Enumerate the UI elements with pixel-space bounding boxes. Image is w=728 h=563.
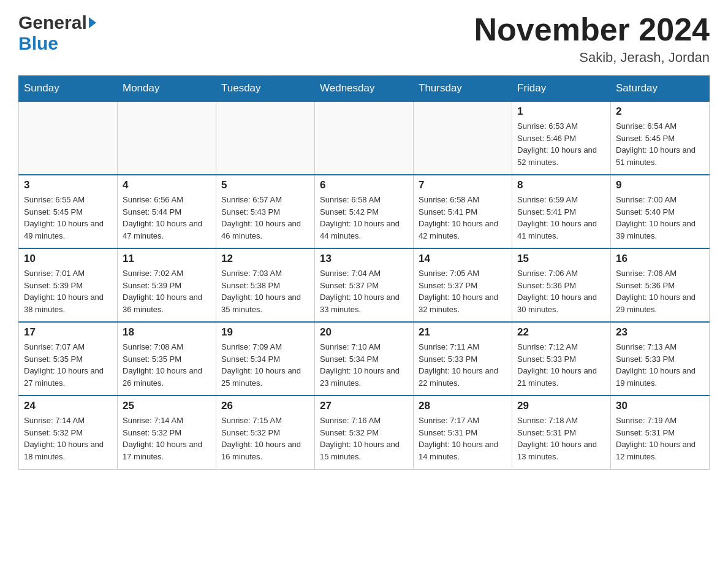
calendar-cell: 20Sunrise: 7:10 AMSunset: 5:34 PMDayligh… — [315, 322, 414, 396]
title-block: November 2024 Sakib, Jerash, Jordan — [474, 12, 710, 66]
month-title: November 2024 — [474, 12, 710, 47]
calendar-cell: 29Sunrise: 7:18 AMSunset: 5:31 PMDayligh… — [512, 396, 611, 469]
day-info: Sunrise: 6:59 AMSunset: 5:41 PMDaylight:… — [517, 194, 605, 242]
calendar-week-row: 10Sunrise: 7:01 AMSunset: 5:39 PMDayligh… — [19, 248, 710, 322]
day-info: Sunrise: 7:17 AMSunset: 5:31 PMDaylight:… — [419, 415, 507, 462]
logo-arrow-icon — [89, 17, 96, 28]
day-number: 14 — [419, 253, 507, 265]
calendar-cell: 17Sunrise: 7:07 AMSunset: 5:35 PMDayligh… — [19, 322, 118, 396]
calendar-cell: 19Sunrise: 7:09 AMSunset: 5:34 PMDayligh… — [216, 322, 315, 396]
day-info: Sunrise: 6:58 AMSunset: 5:42 PMDaylight:… — [320, 194, 408, 242]
calendar-cell: 16Sunrise: 7:06 AMSunset: 5:36 PMDayligh… — [611, 248, 710, 322]
day-number: 18 — [123, 326, 211, 339]
calendar-cell: 22Sunrise: 7:12 AMSunset: 5:33 PMDayligh… — [512, 322, 611, 396]
day-info: Sunrise: 6:58 AMSunset: 5:41 PMDaylight:… — [419, 194, 507, 242]
weekday-header-monday: Monday — [118, 76, 216, 102]
day-number: 3 — [24, 179, 112, 191]
calendar-body: 1Sunrise: 6:53 AMSunset: 5:46 PMDaylight… — [19, 101, 710, 469]
calendar-cell: 2Sunrise: 6:54 AMSunset: 5:45 PMDaylight… — [611, 101, 710, 175]
day-info: Sunrise: 7:18 AMSunset: 5:31 PMDaylight:… — [517, 415, 605, 462]
day-number: 5 — [221, 179, 309, 191]
day-number: 27 — [320, 400, 408, 412]
day-number: 15 — [517, 253, 605, 265]
day-number: 26 — [221, 400, 309, 412]
calendar-cell: 21Sunrise: 7:11 AMSunset: 5:33 PMDayligh… — [414, 322, 512, 396]
day-info: Sunrise: 7:12 AMSunset: 5:33 PMDaylight:… — [517, 341, 605, 389]
day-number: 29 — [517, 400, 605, 412]
calendar-cell — [118, 101, 216, 175]
calendar-cell: 30Sunrise: 7:19 AMSunset: 5:31 PMDayligh… — [611, 396, 710, 469]
calendar-cell: 8Sunrise: 6:59 AMSunset: 5:41 PMDaylight… — [512, 175, 611, 248]
day-number: 17 — [24, 326, 112, 339]
day-number: 4 — [123, 179, 211, 191]
day-number: 12 — [221, 253, 309, 265]
calendar-cell: 28Sunrise: 7:17 AMSunset: 5:31 PMDayligh… — [414, 396, 512, 469]
day-number: 22 — [517, 326, 605, 339]
day-info: Sunrise: 7:07 AMSunset: 5:35 PMDaylight:… — [24, 341, 112, 389]
calendar-cell: 18Sunrise: 7:08 AMSunset: 5:35 PMDayligh… — [118, 322, 216, 396]
calendar-cell: 7Sunrise: 6:58 AMSunset: 5:41 PMDaylight… — [414, 175, 512, 248]
day-number: 24 — [24, 400, 112, 412]
day-number: 10 — [24, 253, 112, 265]
day-info: Sunrise: 7:08 AMSunset: 5:35 PMDaylight:… — [123, 341, 211, 389]
calendar-cell — [19, 101, 118, 175]
calendar-week-row: 3Sunrise: 6:55 AMSunset: 5:45 PMDaylight… — [19, 175, 710, 248]
page-header: General Blue November 2024 Sakib, Jerash… — [18, 12, 710, 66]
calendar-cell: 26Sunrise: 7:15 AMSunset: 5:32 PMDayligh… — [216, 396, 315, 469]
calendar-cell: 5Sunrise: 6:57 AMSunset: 5:43 PMDaylight… — [216, 175, 315, 248]
day-info: Sunrise: 7:02 AMSunset: 5:39 PMDaylight:… — [123, 267, 211, 315]
weekday-header-tuesday: Tuesday — [216, 76, 315, 102]
day-number: 25 — [123, 400, 211, 412]
day-info: Sunrise: 6:56 AMSunset: 5:44 PMDaylight:… — [123, 194, 211, 242]
day-info: Sunrise: 7:14 AMSunset: 5:32 PMDaylight:… — [123, 415, 211, 462]
day-number: 20 — [320, 326, 408, 339]
calendar-cell — [315, 101, 414, 175]
calendar-cell: 13Sunrise: 7:04 AMSunset: 5:37 PMDayligh… — [315, 248, 414, 322]
day-info: Sunrise: 7:01 AMSunset: 5:39 PMDaylight:… — [24, 267, 112, 315]
day-info: Sunrise: 6:57 AMSunset: 5:43 PMDaylight:… — [221, 194, 309, 242]
day-number: 23 — [616, 326, 704, 339]
day-info: Sunrise: 6:55 AMSunset: 5:45 PMDaylight:… — [24, 194, 112, 242]
weekday-header-saturday: Saturday — [611, 76, 710, 102]
day-info: Sunrise: 7:11 AMSunset: 5:33 PMDaylight:… — [419, 341, 507, 389]
day-number: 1 — [517, 105, 605, 118]
day-info: Sunrise: 7:15 AMSunset: 5:32 PMDaylight:… — [221, 415, 309, 462]
day-number: 16 — [616, 253, 704, 265]
calendar-header: SundayMondayTuesdayWednesdayThursdayFrid… — [19, 76, 710, 102]
calendar-week-row: 24Sunrise: 7:14 AMSunset: 5:32 PMDayligh… — [19, 396, 710, 469]
day-info: Sunrise: 7:09 AMSunset: 5:34 PMDaylight:… — [221, 341, 309, 389]
calendar-cell: 14Sunrise: 7:05 AMSunset: 5:37 PMDayligh… — [414, 248, 512, 322]
weekday-header-row: SundayMondayTuesdayWednesdayThursdayFrid… — [19, 76, 710, 102]
calendar-table: SundayMondayTuesdayWednesdayThursdayFrid… — [18, 75, 710, 470]
weekday-header-friday: Friday — [512, 76, 611, 102]
day-info: Sunrise: 7:03 AMSunset: 5:38 PMDaylight:… — [221, 267, 309, 315]
day-info: Sunrise: 6:54 AMSunset: 5:45 PMDaylight:… — [616, 120, 704, 168]
day-number: 7 — [419, 179, 507, 191]
weekday-header-wednesday: Wednesday — [315, 76, 414, 102]
calendar-cell: 15Sunrise: 7:06 AMSunset: 5:36 PMDayligh… — [512, 248, 611, 322]
calendar-cell — [216, 101, 315, 175]
weekday-header-thursday: Thursday — [414, 76, 512, 102]
day-number: 2 — [616, 105, 704, 118]
calendar-cell: 9Sunrise: 7:00 AMSunset: 5:40 PMDaylight… — [611, 175, 710, 248]
day-info: Sunrise: 7:06 AMSunset: 5:36 PMDaylight:… — [517, 267, 605, 315]
day-number: 21 — [419, 326, 507, 339]
calendar-cell: 4Sunrise: 6:56 AMSunset: 5:44 PMDaylight… — [118, 175, 216, 248]
calendar-cell: 11Sunrise: 7:02 AMSunset: 5:39 PMDayligh… — [118, 248, 216, 322]
calendar-week-row: 1Sunrise: 6:53 AMSunset: 5:46 PMDaylight… — [19, 101, 710, 175]
day-info: Sunrise: 7:00 AMSunset: 5:40 PMDaylight:… — [616, 194, 704, 242]
day-info: Sunrise: 7:05 AMSunset: 5:37 PMDaylight:… — [419, 267, 507, 315]
logo: General Blue — [18, 12, 96, 54]
day-info: Sunrise: 7:14 AMSunset: 5:32 PMDaylight:… — [24, 415, 112, 462]
day-info: Sunrise: 7:06 AMSunset: 5:36 PMDaylight:… — [616, 267, 704, 315]
calendar-cell: 24Sunrise: 7:14 AMSunset: 5:32 PMDayligh… — [19, 396, 118, 469]
calendar-cell: 23Sunrise: 7:13 AMSunset: 5:33 PMDayligh… — [611, 322, 710, 396]
day-info: Sunrise: 6:53 AMSunset: 5:46 PMDaylight:… — [517, 120, 605, 168]
calendar-cell: 25Sunrise: 7:14 AMSunset: 5:32 PMDayligh… — [118, 396, 216, 469]
day-info: Sunrise: 7:10 AMSunset: 5:34 PMDaylight:… — [320, 341, 408, 389]
day-info: Sunrise: 7:13 AMSunset: 5:33 PMDaylight:… — [616, 341, 704, 389]
day-info: Sunrise: 7:16 AMSunset: 5:32 PMDaylight:… — [320, 415, 408, 462]
location-subtitle: Sakib, Jerash, Jordan — [474, 50, 710, 66]
day-number: 9 — [616, 179, 704, 191]
calendar-cell: 3Sunrise: 6:55 AMSunset: 5:45 PMDaylight… — [19, 175, 118, 248]
